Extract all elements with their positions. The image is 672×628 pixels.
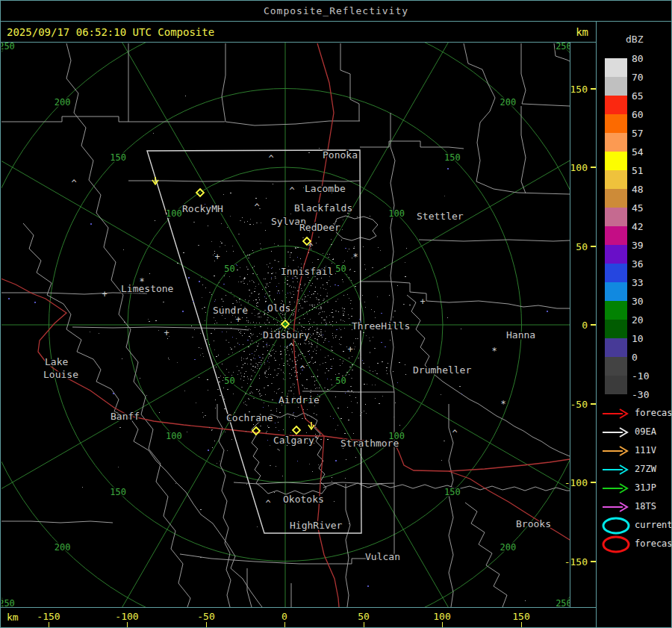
clutter-dot <box>321 334 322 335</box>
clutter-dot <box>216 356 217 357</box>
clutter-dot <box>317 376 318 376</box>
clutter-dot <box>291 375 292 376</box>
clutter-dot <box>252 370 254 371</box>
clutter-dot <box>204 307 205 308</box>
clutter-dot <box>248 379 249 379</box>
clutter-dot <box>249 393 251 394</box>
clutter-dot <box>309 291 310 292</box>
clutter-dot <box>220 246 220 247</box>
clutter-dot <box>214 301 215 302</box>
clutter-dot <box>345 478 346 479</box>
clutter-dot <box>296 278 298 279</box>
clutter-dot <box>289 365 290 366</box>
clutter-dot <box>269 345 270 346</box>
clutter-dot <box>343 220 343 220</box>
colorbar-value-label: 65 <box>632 90 666 102</box>
clutter-dot <box>293 315 293 316</box>
clutter-dot <box>258 314 258 314</box>
clutter-dot <box>343 308 344 309</box>
clutter-dot <box>259 357 261 358</box>
clutter-dot <box>318 299 319 300</box>
clutter-dot <box>268 369 269 370</box>
clutter-dot <box>300 352 302 352</box>
clutter-dot <box>225 432 225 432</box>
clutter-dot <box>246 358 247 359</box>
clutter-dot <box>311 346 312 347</box>
clutter-dot <box>287 280 288 281</box>
clutter-dot <box>282 290 283 291</box>
county-boundary <box>360 141 464 149</box>
legend-ellipse-icon <box>600 517 633 535</box>
clutter-dot <box>291 314 292 315</box>
clutter-dot <box>352 412 352 413</box>
clutter-dot <box>304 299 305 299</box>
clutter-dot <box>275 423 276 423</box>
clutter-dot <box>267 440 268 441</box>
clutter-dot <box>214 341 214 341</box>
clutter-dot <box>253 398 255 399</box>
clutter-dot <box>268 286 269 287</box>
x-axis-tick-mark <box>49 622 49 627</box>
clutter-dot <box>298 343 299 344</box>
clutter-dot <box>249 224 251 225</box>
clutter-dot <box>300 258 301 259</box>
clutter-dot <box>261 395 262 396</box>
clutter-dot <box>251 376 252 376</box>
clutter-dot <box>352 356 352 357</box>
clutter-dot <box>301 264 302 264</box>
clutter-dot <box>258 293 260 294</box>
clutter-dot <box>264 314 265 315</box>
clutter-dot <box>277 449 279 450</box>
clutter-dot <box>266 344 267 345</box>
clutter-dot <box>252 267 253 268</box>
clutter-dot <box>265 301 267 302</box>
clutter-dot <box>302 299 303 300</box>
clutter-dot <box>327 293 328 293</box>
clutter-dot <box>279 328 281 329</box>
clutter-dot <box>275 276 276 277</box>
clutter-dot <box>200 333 201 334</box>
clutter-dot <box>274 299 275 299</box>
clutter-dot <box>168 358 169 358</box>
clutter-dot <box>331 239 332 240</box>
clutter-dot <box>202 308 203 309</box>
clutter-dot <box>261 364 261 365</box>
x-axis-tick-mark <box>364 622 364 627</box>
radar-map[interactable]: 5050505010010010010015015015015020020020… <box>1 43 596 607</box>
clutter-dot <box>299 319 300 320</box>
clutter-dot <box>214 349 215 350</box>
clutter-dot <box>297 282 298 282</box>
clutter-dot <box>307 409 308 410</box>
clutter-dot <box>240 333 241 334</box>
clutter-dot <box>244 351 245 352</box>
clutter-dot <box>285 279 286 279</box>
clutter-dot <box>287 364 288 364</box>
county-boundary <box>346 484 350 607</box>
clutter-dot <box>296 364 296 365</box>
clutter-dot <box>367 384 367 385</box>
clutter-dot <box>250 378 251 379</box>
clutter-dot <box>294 367 296 367</box>
clutter-dot <box>269 291 270 292</box>
clutter-dot <box>251 293 252 293</box>
clutter-dot <box>252 313 252 314</box>
clutter-dot <box>253 282 254 282</box>
clutter-dot <box>269 368 270 369</box>
clutter-dot <box>293 287 294 287</box>
clutter-dot <box>399 425 400 426</box>
clutter-dot <box>274 345 275 346</box>
clutter-dot <box>266 432 267 433</box>
clutter-dot <box>289 355 290 355</box>
clutter-dot <box>148 319 149 320</box>
clutter-dot <box>311 344 313 345</box>
clutter-dot <box>302 290 302 291</box>
clutter-dot <box>256 342 257 343</box>
clutter-dot <box>269 356 270 357</box>
clutter-dot <box>260 326 261 327</box>
clutter-dot <box>370 341 370 341</box>
radar-map-canvas[interactable]: 5050505010010010010015015015015020020020… <box>1 43 596 607</box>
clutter-dot <box>350 300 352 301</box>
clutter-dot <box>253 343 254 343</box>
clutter-dot <box>385 267 385 268</box>
city-label: Blackfalds <box>294 202 352 214</box>
